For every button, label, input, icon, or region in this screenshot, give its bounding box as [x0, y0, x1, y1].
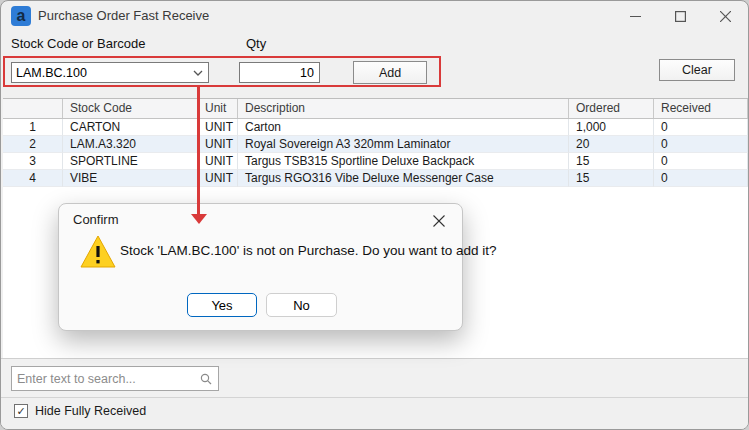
cell-description: Targus RGO316 Vibe Deluxe Messenger Case — [238, 170, 569, 187]
cell-received: 0 — [654, 153, 748, 170]
cell-stock-code: VIBE — [63, 170, 198, 187]
confirm-close-icon[interactable] — [428, 210, 450, 232]
maximize-icon[interactable] — [658, 1, 703, 31]
cell-description: Carton — [238, 119, 569, 136]
purchase-order-fast-receive-window: a Purchase Order Fast Receive Stock Code… — [0, 0, 749, 430]
grid-header-row: Stock Code Unit Description Ordered Rece… — [3, 99, 748, 119]
cell-unit: UNIT — [198, 119, 238, 136]
cell-unit: UNIT — [198, 170, 238, 187]
find-panel — [1, 358, 749, 397]
row-number: 2 — [3, 136, 63, 153]
clear-button[interactable]: Clear — [659, 59, 735, 81]
cell-received: 0 — [654, 170, 748, 187]
cell-description: Targus TSB315 Sportline Deluxe Backpack — [238, 153, 569, 170]
confirm-dialog-title: Confirm — [73, 212, 119, 227]
qty-input[interactable] — [239, 62, 320, 83]
cell-unit: UNIT — [198, 153, 238, 170]
hide-fully-received-checkbox[interactable]: ✓ Hide Fully Received — [14, 404, 146, 418]
minimize-icon[interactable] — [613, 1, 658, 31]
cell-stock-code: CARTON — [63, 119, 198, 136]
cell-ordered: 20 — [569, 136, 654, 153]
table-row[interactable]: 3 SPORTLINE UNIT Targus TSB315 Sportline… — [3, 153, 748, 170]
header-unit[interactable]: Unit — [198, 99, 238, 118]
table-row[interactable]: 2 LAM.A3.320 UNIT Royal Sovereign A3 320… — [3, 136, 748, 153]
cell-stock-code: LAM.A3.320 — [63, 136, 198, 153]
stock-code-input[interactable] — [12, 64, 188, 81]
header-row-indicator — [3, 99, 63, 118]
checkbox-checkmark-icon[interactable]: ✓ — [14, 404, 28, 418]
cell-received: 0 — [654, 119, 748, 136]
header-description[interactable]: Description — [238, 99, 569, 118]
row-number: 1 — [3, 119, 63, 136]
warning-icon — [79, 234, 117, 273]
row-number: 4 — [3, 170, 63, 187]
stock-code-label: Stock Code or Barcode — [11, 36, 145, 51]
title-bar: a Purchase Order Fast Receive — [1, 1, 748, 31]
add-button[interactable]: Add — [353, 61, 427, 84]
cell-ordered: 15 — [569, 170, 654, 187]
table-row[interactable]: 1 CARTON UNIT Carton 1,000 0 — [3, 119, 748, 136]
qty-label: Qty — [246, 36, 266, 51]
confirm-message: Stock 'LAM.BC.100' is not on Purchase. D… — [120, 243, 497, 258]
search-icon[interactable] — [194, 372, 218, 386]
cell-stock-code: SPORTLINE — [63, 153, 198, 170]
search-box[interactable] — [11, 366, 219, 391]
cell-received: 0 — [654, 136, 748, 153]
stock-code-combobox[interactable] — [11, 62, 209, 83]
app-logo-icon: a — [11, 6, 31, 26]
search-input[interactable] — [12, 372, 194, 386]
close-icon[interactable] — [703, 1, 748, 31]
window-title: Purchase Order Fast Receive — [38, 1, 209, 31]
chevron-down-icon[interactable] — [188, 70, 208, 76]
checkbox-label: Hide Fully Received — [35, 404, 146, 418]
window-controls — [613, 1, 748, 31]
confirm-dialog: Confirm Stock 'LAM.BC.100' is not on Pur… — [58, 203, 463, 331]
cell-ordered: 1,000 — [569, 119, 654, 136]
cell-unit: UNIT — [198, 136, 238, 153]
yes-button[interactable]: Yes — [187, 293, 257, 317]
no-button[interactable]: No — [266, 293, 337, 317]
header-received[interactable]: Received — [654, 99, 748, 118]
cell-description: Royal Sovereign A3 320mm Laminator — [238, 136, 569, 153]
table-row[interactable]: 4 VIBE UNIT Targus RGO316 Vibe Deluxe Me… — [3, 170, 748, 187]
row-number: 3 — [3, 153, 63, 170]
header-stock-code[interactable]: Stock Code — [63, 99, 198, 118]
cell-ordered: 15 — [569, 153, 654, 170]
footer-bar: ✓ Hide Fully Received OK Cancel — [1, 397, 749, 430]
header-ordered[interactable]: Ordered — [569, 99, 654, 118]
